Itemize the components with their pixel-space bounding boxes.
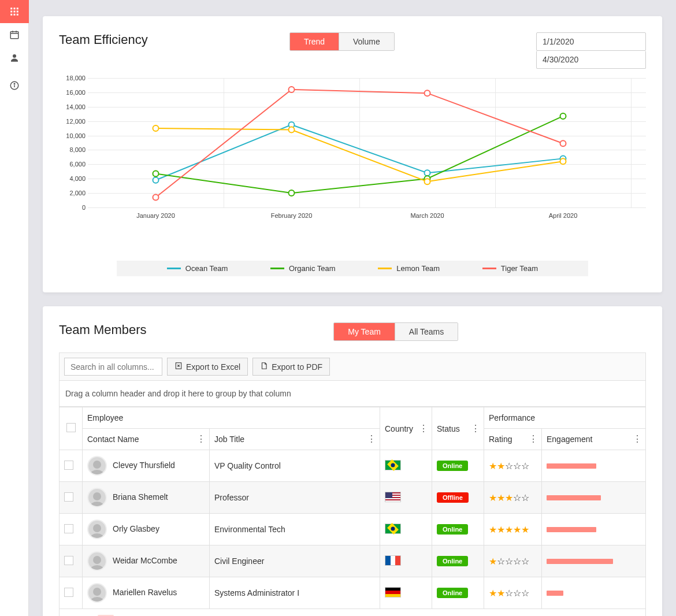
svg-point-17 [153,177,159,183]
chart: 02,0004,0006,0008,00010,00012,00014,0001… [59,78,646,234]
side-nav [0,0,29,616]
col-engagement[interactable]: Engagement⋮ [542,429,646,450]
legend-item[interactable]: Lemon Team [378,264,440,273]
apps-icon [9,6,20,17]
chart-legend: Ocean TeamOrganic TeamLemon TeamTiger Te… [117,261,588,276]
col-status[interactable]: Status⋮ [432,407,484,450]
y-tick-label: 2,000 [59,190,86,196]
svg-point-26 [289,127,295,133]
column-menu-icon[interactable]: ⋮ [633,435,642,444]
row-checkbox[interactable] [64,524,73,533]
tab-volume[interactable]: Volume [339,33,394,50]
col-contact[interactable]: Contact Name⋮ [83,429,210,450]
grid-tabs: My Team All Teams [333,322,458,341]
legend-label: Tiger Team [501,264,538,273]
grid-search-input[interactable] [64,358,162,376]
job-title: VP Quality Control [210,450,380,482]
flag-icon [385,555,401,566]
export-excel-button[interactable]: Export to Excel [167,358,248,376]
x-tick-label: January 2020 [136,212,175,219]
svg-point-21 [153,171,159,177]
svg-rect-5 [16,11,18,13]
header-group-employee: Employee [83,407,380,429]
svg-rect-1 [13,8,15,9]
legend-item[interactable]: Ocean Team [167,264,228,273]
row-checkbox[interactable] [64,461,73,470]
select-all-checkbox[interactable] [66,423,76,432]
pdf-icon [260,362,268,372]
row-checkbox[interactable] [64,588,73,597]
col-country[interactable]: Country⋮ [380,407,432,450]
svg-rect-0 [10,8,12,9]
table-row[interactable]: Mariellen RavelusSystems Administrator I… [60,577,646,609]
contact-name: Briana Shemelt [113,492,168,502]
col-rating[interactable]: Rating⋮ [484,429,542,450]
x-tick-label: February 2020 [271,212,313,219]
x-tick-label: April 2020 [549,212,578,219]
tab-my-team[interactable]: My Team [334,323,395,340]
column-menu-icon[interactable]: ⋮ [471,424,480,433]
nav-info[interactable] [0,74,29,97]
table-row[interactable]: Briana ShemeltProfessorOffline★★★☆☆ [60,482,646,514]
svg-rect-8 [16,14,18,16]
y-tick-label: 4,000 [59,175,86,182]
table-row[interactable]: Clevey ThursfieldVP Quality ControlOnlin… [60,450,646,482]
svg-rect-7 [13,14,15,16]
contact-name: Weidar McCombe [113,556,177,565]
contact-name: Clevey Thursfield [113,461,175,470]
y-tick-label: 10,000 [59,132,86,139]
avatar [87,583,107,603]
group-drop-area[interactable]: Drag a column header and drop it here to… [59,380,646,407]
flag-icon [385,587,401,598]
svg-point-16 [14,83,15,84]
svg-point-29 [153,195,159,201]
legend-item[interactable]: Tiger Team [482,264,538,273]
column-menu-icon[interactable]: ⋮ [196,435,206,444]
avatar [87,551,107,571]
y-tick-label: 8,000 [59,146,86,153]
engagement-bar [547,527,596,532]
column-menu-icon[interactable]: ⋮ [529,435,538,444]
svg-rect-3 [10,11,12,13]
col-job[interactable]: Job Title⋮ [210,429,380,450]
engagement-bar [547,463,596,469]
status-badge: Online [437,524,468,535]
tab-all-teams[interactable]: All Teams [395,323,458,340]
svg-rect-9 [10,32,18,39]
engagement-bar [547,591,563,596]
y-tick-label: 12,000 [59,118,86,125]
table-row[interactable]: Orly GlasbeyEnvironmental TechOnline★★★★… [60,514,646,546]
job-title: Environmental Tech [210,514,380,546]
contact-name: Orly Glasbey [113,524,159,533]
svg-rect-4 [13,11,15,13]
row-checkbox[interactable] [64,492,73,502]
svg-point-22 [289,190,295,196]
legend-label: Organic Team [289,264,336,273]
engagement-bar [547,495,601,500]
status-badge: Online [437,556,468,566]
svg-rect-2 [16,8,18,9]
table-row[interactable]: Weidar McCombeCivil EngineerOnline★☆☆☆☆ [60,546,646,577]
rating-stars: ★★☆☆☆ [489,462,529,471]
nav-user[interactable] [0,46,29,69]
legend-item[interactable]: Organic Team [270,264,336,273]
tab-trend[interactable]: Trend [290,33,339,50]
svg-point-28 [560,158,566,164]
rating-stars: ★★★★★ [489,525,529,535]
column-menu-icon[interactable]: ⋮ [367,435,376,444]
row-checkbox[interactable] [64,556,73,565]
chart-plot-area [88,78,631,207]
date-to-input[interactable] [536,51,646,69]
nav-apps[interactable] [0,0,29,23]
svg-point-13 [13,54,16,58]
nav-calendar[interactable] [0,23,29,46]
status-badge: Online [437,461,468,471]
export-pdf-button[interactable]: Export to PDF [252,358,330,376]
job-title: Professor [210,482,380,514]
rating-stars: ★☆☆☆☆ [489,557,529,566]
svg-point-30 [289,87,295,92]
svg-point-27 [425,179,430,184]
svg-rect-6 [10,14,12,16]
column-menu-icon[interactable]: ⋮ [419,424,428,433]
date-from-input[interactable] [536,32,646,51]
